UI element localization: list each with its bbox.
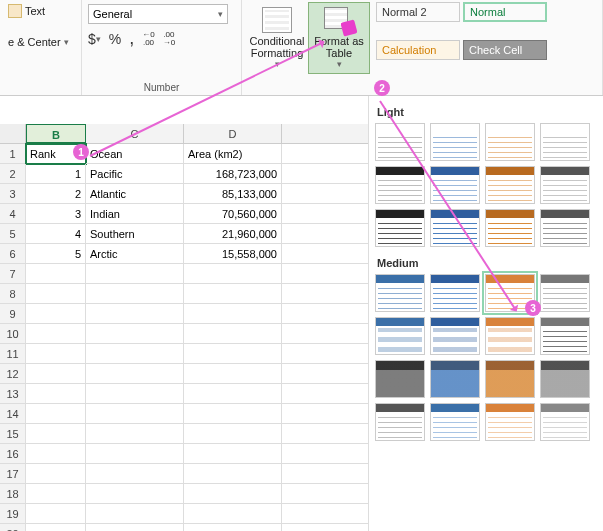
cell-D18[interactable]: [184, 484, 282, 504]
cell-B8[interactable]: [26, 284, 86, 304]
cell-D4[interactable]: 70,560,000: [184, 204, 282, 224]
cell-D10[interactable]: [184, 324, 282, 344]
cell-B19[interactable]: [26, 504, 86, 524]
cell-style-calculation[interactable]: Calculation: [376, 40, 460, 60]
table-style-thumb[interactable]: [375, 209, 425, 247]
row-header[interactable]: 5: [0, 224, 26, 244]
cell-B18[interactable]: [26, 484, 86, 504]
row-header[interactable]: 13: [0, 384, 26, 404]
cell-D1[interactable]: Area (km2): [184, 144, 282, 164]
cell-D20[interactable]: [184, 524, 282, 531]
cell-B5[interactable]: 4: [26, 224, 86, 244]
table-style-thumb[interactable]: [540, 360, 590, 398]
table-style-thumb[interactable]: [430, 274, 480, 312]
column-header-D[interactable]: D: [184, 124, 282, 143]
cell-D17[interactable]: [184, 464, 282, 484]
row-header[interactable]: 14: [0, 404, 26, 424]
table-style-thumb[interactable]: [540, 274, 590, 312]
cell-C3[interactable]: Atlantic: [86, 184, 184, 204]
cell-C16[interactable]: [86, 444, 184, 464]
row-header[interactable]: 12: [0, 364, 26, 384]
table-style-thumb[interactable]: [540, 403, 590, 441]
row-header[interactable]: 6: [0, 244, 26, 264]
row-header[interactable]: 18: [0, 484, 26, 504]
cell-D3[interactable]: 85,133,000: [184, 184, 282, 204]
cell-D15[interactable]: [184, 424, 282, 444]
number-format-combo[interactable]: General ▾: [88, 4, 228, 24]
cell-C19[interactable]: [86, 504, 184, 524]
cell-B2[interactable]: 1: [26, 164, 86, 184]
row-header[interactable]: 20: [0, 524, 26, 531]
cell-D16[interactable]: [184, 444, 282, 464]
select-all-corner[interactable]: [0, 124, 26, 143]
table-style-thumb[interactable]: [540, 166, 590, 204]
cell-C18[interactable]: [86, 484, 184, 504]
cell-D13[interactable]: [184, 384, 282, 404]
cell-B4[interactable]: 3: [26, 204, 86, 224]
table-style-thumb[interactable]: [375, 274, 425, 312]
row-header[interactable]: 4: [0, 204, 26, 224]
cell-B3[interactable]: 2: [26, 184, 86, 204]
cell-style-check-cell[interactable]: Check Cell: [463, 40, 547, 60]
cell-C7[interactable]: [86, 264, 184, 284]
format-as-table-button[interactable]: Format as Table ▾: [308, 2, 370, 74]
table-style-thumb[interactable]: [540, 317, 590, 355]
cell-C10[interactable]: [86, 324, 184, 344]
cell-style-normal2[interactable]: Normal 2: [376, 2, 460, 22]
cell-D12[interactable]: [184, 364, 282, 384]
cell-D7[interactable]: [184, 264, 282, 284]
cell-C5[interactable]: Southern: [86, 224, 184, 244]
table-style-thumb[interactable]: [485, 209, 535, 247]
cell-B17[interactable]: [26, 464, 86, 484]
table-style-thumb[interactable]: [375, 166, 425, 204]
decrease-decimal-button[interactable]: .00 →0: [163, 31, 175, 47]
cell-C9[interactable]: [86, 304, 184, 324]
cell-D5[interactable]: 21,960,000: [184, 224, 282, 244]
cell-B7[interactable]: [26, 264, 86, 284]
cell-C2[interactable]: Pacific: [86, 164, 184, 184]
cell-B10[interactable]: [26, 324, 86, 344]
row-header[interactable]: 17: [0, 464, 26, 484]
cell-B11[interactable]: [26, 344, 86, 364]
cell-C11[interactable]: [86, 344, 184, 364]
cell-C14[interactable]: [86, 404, 184, 424]
row-header[interactable]: 1: [0, 144, 26, 164]
cell-C15[interactable]: [86, 424, 184, 444]
table-style-thumb[interactable]: [375, 403, 425, 441]
table-style-thumb[interactable]: [540, 123, 590, 161]
cell-B6[interactable]: 5: [26, 244, 86, 264]
row-header[interactable]: 10: [0, 324, 26, 344]
cell-B16[interactable]: [26, 444, 86, 464]
row-header[interactable]: 16: [0, 444, 26, 464]
table-style-thumb[interactable]: [375, 123, 425, 161]
cell-D9[interactable]: [184, 304, 282, 324]
cell-B14[interactable]: [26, 404, 86, 424]
cell-C4[interactable]: Indian: [86, 204, 184, 224]
row-header[interactable]: 2: [0, 164, 26, 184]
increase-decimal-button[interactable]: ←0 .00: [142, 31, 154, 47]
cell-D2[interactable]: 168,723,000: [184, 164, 282, 184]
cell-B13[interactable]: [26, 384, 86, 404]
table-style-thumb[interactable]: [430, 166, 480, 204]
wrap-text-button[interactable]: Text: [8, 4, 75, 18]
cell-C1[interactable]: Ocean: [86, 144, 184, 164]
row-header[interactable]: 15: [0, 424, 26, 444]
row-header[interactable]: 7: [0, 264, 26, 284]
cell-C12[interactable]: [86, 364, 184, 384]
cell-C17[interactable]: [86, 464, 184, 484]
table-style-thumb[interactable]: [485, 360, 535, 398]
row-header[interactable]: 8: [0, 284, 26, 304]
cell-B20[interactable]: [26, 524, 86, 531]
table-style-thumb[interactable]: [430, 403, 480, 441]
cell-D11[interactable]: [184, 344, 282, 364]
cell-style-normal[interactable]: Normal: [463, 2, 547, 22]
cell-C13[interactable]: [86, 384, 184, 404]
currency-button[interactable]: $ ▾: [88, 31, 101, 47]
column-header-B[interactable]: B: [26, 124, 86, 143]
cell-C20[interactable]: [86, 524, 184, 531]
cell-B15[interactable]: [26, 424, 86, 444]
table-style-thumb[interactable]: [430, 123, 480, 161]
table-style-thumb[interactable]: [485, 403, 535, 441]
table-style-thumb[interactable]: [485, 123, 535, 161]
cell-C8[interactable]: [86, 284, 184, 304]
